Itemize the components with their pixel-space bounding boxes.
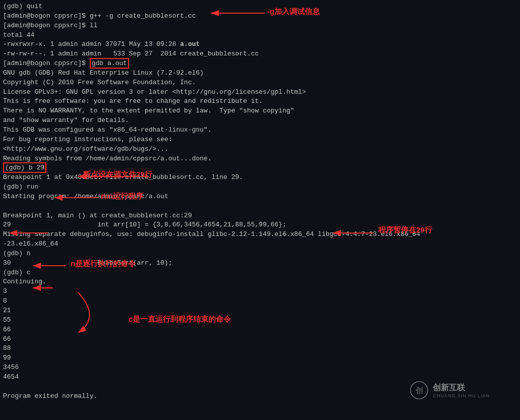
terminal-line: License GPLv3+: GNU GPL version 3 or lat… bbox=[3, 88, 517, 97]
terminal-line: 8 bbox=[3, 296, 517, 306]
terminal-line: 3456 bbox=[3, 363, 517, 373]
watermark-english: CHUANG XIN HU LIAN bbox=[433, 393, 490, 398]
terminal-line: (gdb) run bbox=[3, 183, 517, 192]
terminal-line: Starting program: /home/admin/cppsrc/a.o… bbox=[3, 192, 517, 202]
terminal-line: 55 bbox=[3, 316, 517, 325]
annotation-c-command: c是一直运行到程序结束的命令 bbox=[129, 315, 231, 324]
watermark-logo: 创 bbox=[410, 381, 429, 400]
terminal-line: (gdb) quit bbox=[3, 2, 517, 12]
terminal-line: There is NO WARRANTY, to the extent perm… bbox=[3, 106, 517, 116]
svg-text:创: 创 bbox=[416, 386, 423, 394]
watermark-chinese: 创新互联 bbox=[433, 383, 490, 393]
watermark: 创 创新互联 CHUANG XIN HU LIAN bbox=[410, 381, 490, 400]
terminal-line: -rw-rw-r--. 1 admin admin 533 Sep 27 201… bbox=[3, 49, 517, 59]
annotation-pause-29: 程序暂停在29行 bbox=[378, 225, 432, 235]
terminal-line: Continuing. bbox=[3, 277, 517, 287]
b29-highlight: (gdb) b 29 bbox=[3, 162, 46, 173]
terminal-line: [admin@bogon cppsrc]$ g++ -g create_bubb… bbox=[3, 12, 517, 21]
terminal-line: 99 bbox=[3, 353, 517, 363]
terminal-line: 3 bbox=[3, 287, 517, 296]
terminal-line: 29 int arr[10] = {3,8,66,3456,4654,21,88… bbox=[3, 220, 517, 230]
terminal-line: (gdb) n bbox=[3, 249, 517, 259]
gdb-command-highlight: gdb a.out bbox=[90, 58, 129, 69]
terminal-line: (gdb) b 29 bbox=[3, 163, 517, 173]
terminal-line: [admin@bogon cppsrc]$ ll bbox=[3, 21, 517, 31]
watermark-text-block: 创新互联 CHUANG XIN HU LIAN bbox=[433, 383, 490, 398]
terminal-line: -23.el6.x86_64 bbox=[3, 239, 517, 249]
terminal-line: <http://www.gnu.org/software/gdb/bugs/>.… bbox=[3, 145, 517, 154]
annotation-breakpoint: 断点设在源文件29行 bbox=[83, 170, 152, 179]
terminal-line: total 44 bbox=[3, 31, 517, 40]
terminal-line: GNU gdb (GDB) Red Hat Enterprise Linux (… bbox=[3, 69, 517, 78]
annotation-run-program: run运行程序 bbox=[101, 192, 143, 201]
annotation-add-debug-info: -g加入调试信息 bbox=[267, 7, 320, 17]
terminal-line: [admin@bogon cppsrc]$ gdb a.out bbox=[3, 59, 517, 69]
terminal-line: Missing separate debuginfos, use: debugi… bbox=[3, 230, 517, 239]
terminal-line: and "show warranty" for details. bbox=[3, 116, 517, 126]
terminal-line: Breakpoint 1 at 0x4008c1: file create_bu… bbox=[3, 173, 517, 183]
terminal-line: 21 bbox=[3, 306, 517, 316]
terminal-line: 88 bbox=[3, 344, 517, 353]
terminal-line: (gdb) c bbox=[3, 268, 517, 278]
filename-bold: a.out bbox=[180, 40, 200, 48]
terminal-line: For bug reporting instructions, please s… bbox=[3, 135, 517, 145]
terminal-line: This GDB was configured as "x86_64-redha… bbox=[3, 126, 517, 135]
terminal-line: Copyright (C) 2010 Free Software Foundat… bbox=[3, 78, 517, 88]
terminal-line: -rwxrwxr-x. 1 admin admin 37071 May 13 0… bbox=[3, 40, 517, 49]
terminal-line: 66 bbox=[3, 325, 517, 335]
terminal-container: (gdb) quit [admin@bogon cppsrc]$ g++ -g … bbox=[0, 0, 520, 403]
terminal-line: Reading symbols from /home/admin/cppsrc/… bbox=[3, 154, 517, 164]
terminal-line: This is free software: you are free to c… bbox=[3, 97, 517, 106]
terminal-line: Breakpoint 1, main () at create_bubbleso… bbox=[3, 211, 517, 221]
terminal-line: 66 bbox=[3, 335, 517, 344]
annotation-n-command: n是逐行执行的命令 bbox=[71, 259, 136, 269]
terminal-line bbox=[3, 202, 517, 211]
